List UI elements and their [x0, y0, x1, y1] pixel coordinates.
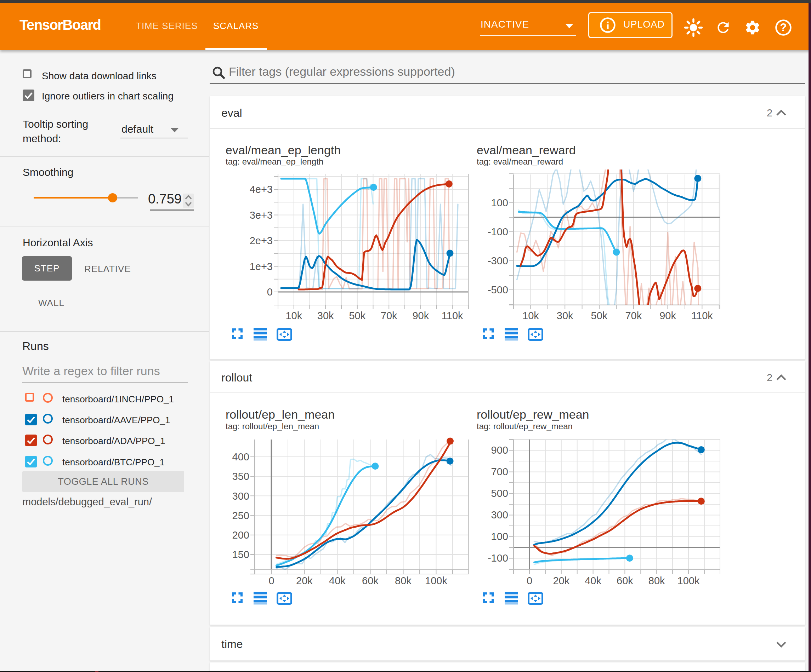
svg-text:-500: -500: [488, 284, 508, 296]
svg-text:-300: -300: [488, 255, 508, 266]
svg-text:90k: 90k: [412, 310, 429, 321]
svg-text:100: 100: [491, 531, 508, 542]
svg-text:10k: 10k: [285, 310, 302, 321]
svg-text:110k: 110k: [442, 310, 463, 321]
svg-text:40k: 40k: [329, 575, 346, 586]
svg-text:350: 350: [232, 471, 249, 482]
svg-text:10k: 10k: [523, 310, 539, 321]
svg-text:0: 0: [268, 575, 274, 586]
svg-text:-100: -100: [488, 552, 508, 564]
svg-text:60k: 60k: [617, 575, 633, 586]
svg-text:2e+3: 2e+3: [250, 235, 273, 246]
svg-text:70k: 70k: [625, 310, 642, 321]
svg-text:400: 400: [232, 451, 249, 462]
svg-text:0: 0: [267, 286, 273, 298]
svg-text:700: 700: [491, 466, 508, 477]
svg-text:150: 150: [232, 549, 249, 560]
svg-text:30k: 30k: [557, 310, 573, 321]
svg-text:80k: 80k: [395, 575, 412, 586]
svg-text:100k: 100k: [677, 575, 700, 586]
svg-text:-100: -100: [488, 226, 508, 237]
svg-text:100k: 100k: [425, 575, 447, 586]
svg-text:40k: 40k: [585, 575, 601, 586]
svg-text:20k: 20k: [553, 575, 570, 586]
svg-text:110k: 110k: [691, 310, 713, 321]
svg-text:60k: 60k: [362, 575, 378, 586]
svg-text:80k: 80k: [648, 575, 665, 586]
svg-text:300: 300: [232, 491, 249, 502]
svg-text:900: 900: [491, 444, 508, 456]
svg-text:50k: 50k: [591, 310, 608, 321]
svg-text:0: 0: [527, 575, 532, 586]
svg-text:4e+3: 4e+3: [250, 184, 273, 195]
svg-text:100: 100: [491, 197, 508, 208]
svg-text:50k: 50k: [349, 310, 365, 321]
svg-text:30k: 30k: [317, 310, 334, 321]
svg-text:300: 300: [491, 509, 508, 521]
svg-text:200: 200: [232, 530, 249, 541]
svg-text:1e+3: 1e+3: [250, 261, 273, 272]
svg-text:250: 250: [232, 510, 249, 521]
svg-text:20k: 20k: [296, 575, 313, 586]
svg-text:70k: 70k: [381, 310, 397, 321]
svg-text:500: 500: [491, 487, 508, 499]
svg-text:90k: 90k: [660, 310, 676, 321]
svg-text:3e+3: 3e+3: [250, 210, 273, 221]
